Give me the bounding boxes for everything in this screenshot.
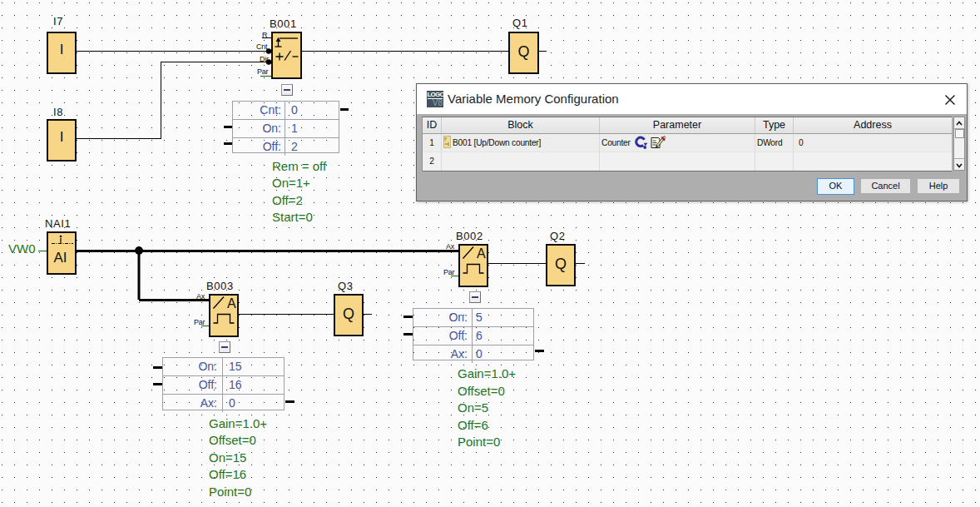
svg-text:A: A bbox=[477, 246, 486, 261]
svg-text:I: I bbox=[60, 129, 64, 145]
svg-text:Q: Q bbox=[343, 306, 354, 322]
svg-text:A: A bbox=[227, 296, 236, 311]
svg-text:AI: AI bbox=[53, 250, 67, 266]
svg-text:Q: Q bbox=[555, 256, 567, 272]
svg-text:Q: Q bbox=[517, 43, 529, 60]
svg-text:I: I bbox=[60, 42, 64, 57]
